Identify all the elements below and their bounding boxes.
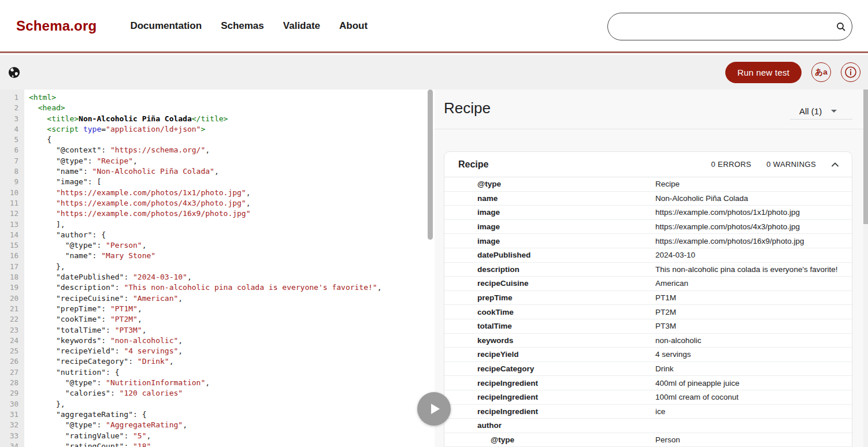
line-number: 17 xyxy=(0,262,24,272)
line-number: 26 xyxy=(0,356,24,367)
table-row[interactable]: recipeCategoryDrink xyxy=(444,362,852,377)
code-line: 4 <script type="application/ld+json"> xyxy=(0,124,426,135)
line-number: 29 xyxy=(0,388,24,398)
property-name: recipeCuisine xyxy=(444,279,655,288)
nav-documentation[interactable]: Documentation xyxy=(130,20,202,32)
nav-about[interactable]: About xyxy=(339,20,368,32)
table-row[interactable]: recipeCuisineAmerican xyxy=(444,277,852,291)
globe-icon[interactable] xyxy=(8,66,21,79)
property-name: recipeIngredient xyxy=(444,393,655,401)
errors-count: 0 ERRORS xyxy=(711,160,751,169)
line-number: 19 xyxy=(0,282,24,293)
table-row[interactable]: datePublished2024-03-10 xyxy=(444,248,852,263)
code-line: 8 "name": "Non-Alcoholic Piña Colada", xyxy=(0,166,426,177)
table-row[interactable]: author xyxy=(444,419,852,433)
property-name: image xyxy=(444,237,655,245)
table-row[interactable]: recipeIngredient400ml of pineapple juice xyxy=(444,376,852,390)
property-name: recipeIngredient xyxy=(444,379,655,388)
property-name: recipeIngredient xyxy=(444,407,655,416)
code-line: 19 "description": "This non-alcoholic pi… xyxy=(0,282,426,293)
info-icon[interactable] xyxy=(841,62,860,82)
table-row[interactable]: nameNon-Alcoholic Piña Colada xyxy=(444,192,852,206)
search-box[interactable] xyxy=(607,13,852,40)
property-value: 4 servings xyxy=(655,350,691,359)
code-line: 3 <title>Non-Alcoholic Piña Colada</titl… xyxy=(0,114,426,124)
code-line: 11 "https://example.com/photos/4x3/photo… xyxy=(0,198,426,208)
table-row[interactable]: imagehttps://example.com/photos/4x3/phot… xyxy=(444,220,852,234)
line-number: 11 xyxy=(0,198,24,208)
code-line: 20 "recipeCuisine": "American", xyxy=(0,293,426,304)
line-number: 20 xyxy=(0,293,24,304)
property-name: @type xyxy=(444,180,655,188)
code-line: 1<html> xyxy=(0,92,426,103)
line-number: 1 xyxy=(0,92,24,103)
table-row[interactable]: recipeIngredientice xyxy=(444,405,852,419)
result-card-header[interactable]: Recipe 0 ERRORS 0 WARNINGS xyxy=(444,152,852,177)
table-row[interactable]: recipeYield4 servings xyxy=(444,348,852,362)
main-nav: Documentation Schemas Validate About xyxy=(130,20,368,32)
property-value: Recipe xyxy=(655,180,680,188)
property-name: keywords xyxy=(444,336,655,345)
table-row[interactable]: imagehttps://example.com/photos/16x9/pho… xyxy=(444,234,852,248)
card-status: 0 ERRORS 0 WARNINGS xyxy=(711,160,839,169)
results-panel: Recipe All (1) Recipe 0 ERRORS 0 WARNING… xyxy=(435,90,868,447)
code-line: 16 "name": "Mary Stone" xyxy=(0,251,426,261)
schema-org-logo[interactable]: Schema.org xyxy=(16,18,97,34)
chevron-up-icon[interactable] xyxy=(831,162,839,167)
property-value: ice xyxy=(655,407,665,416)
table-row[interactable]: descriptionThis non-alcoholic pina colad… xyxy=(444,263,852,277)
code-line: 14 "author": { xyxy=(0,230,426,240)
line-number: 25 xyxy=(0,346,24,356)
property-value: 2024-03-10 xyxy=(655,251,695,259)
code-line: 21 "prepTime": "PT1M", xyxy=(0,304,426,314)
toolbar-actions: Run new test あa xyxy=(725,62,860,83)
property-name: author xyxy=(444,421,655,430)
table-row[interactable]: prepTimePT1M xyxy=(444,291,852,306)
property-name: totalTime xyxy=(444,322,655,330)
nav-schemas[interactable]: Schemas xyxy=(221,20,264,32)
code-line: 2 <head> xyxy=(0,103,426,113)
line-number: 30 xyxy=(0,399,24,409)
table-row[interactable]: imagehttps://example.com/photos/1x1/phot… xyxy=(444,206,852,220)
line-number: 14 xyxy=(0,230,24,240)
line-number: 18 xyxy=(0,272,24,282)
editor-scrollbar-thumb[interactable] xyxy=(428,90,433,240)
line-number: 3 xyxy=(0,114,24,124)
code-line: 29 "calories": "120 calories" xyxy=(0,388,426,398)
language-icon[interactable]: あa xyxy=(811,62,831,82)
filter-dropdown[interactable]: All (1) xyxy=(790,103,852,120)
test-toolbar: Run new test あa xyxy=(0,55,868,90)
code-line: 24 "keywords": "non-alcoholic", xyxy=(0,336,426,346)
warnings-count: 0 WARNINGS xyxy=(766,160,816,169)
table-row[interactable]: @typeRecipe xyxy=(444,177,852,192)
line-number: 10 xyxy=(0,188,24,198)
property-value: This non-alcoholic pina colada is everyo… xyxy=(655,265,838,274)
panel-divider xyxy=(435,129,863,129)
property-value: Person xyxy=(655,435,680,444)
table-row[interactable]: keywordsnon-alcoholic xyxy=(444,334,852,348)
code-editor[interactable]: 1<html>2 <head>3 <title>Non-Alcoholic Pi… xyxy=(0,90,435,447)
run-test-play-button[interactable] xyxy=(417,392,451,426)
table-row[interactable]: totalTimePT3M xyxy=(444,319,852,334)
table-row[interactable]: recipeIngredient100ml cream of coconut xyxy=(444,390,852,405)
page-scrollbar-thumb[interactable] xyxy=(863,90,868,224)
line-number: 33 xyxy=(0,431,24,441)
property-value: American xyxy=(655,279,688,288)
nav-validate[interactable]: Validate xyxy=(283,20,320,32)
property-value: non-alcoholic xyxy=(655,336,702,345)
search-icon[interactable] xyxy=(830,21,852,32)
property-value: https://example.com/photos/16x9/photo.jp… xyxy=(655,237,804,245)
search-input[interactable] xyxy=(608,13,830,40)
property-name: prepTime xyxy=(444,293,655,302)
code-line: 18 "datePublished": "2024-03-10", xyxy=(0,272,426,282)
property-value: Drink xyxy=(655,364,674,373)
run-new-test-button[interactable]: Run new test xyxy=(725,62,802,83)
table-row[interactable]: @typePerson xyxy=(444,433,852,447)
code-line: 27 "nutrition": { xyxy=(0,367,426,378)
property-value: https://example.com/photos/4x3/photo.jpg xyxy=(655,222,800,231)
table-row[interactable]: cookTimePT2M xyxy=(444,305,852,319)
property-table: @typeRecipenameNon-Alcoholic Piña Colada… xyxy=(444,177,852,447)
property-name: image xyxy=(444,208,655,217)
line-number: 28 xyxy=(0,378,24,388)
play-icon xyxy=(431,404,440,414)
